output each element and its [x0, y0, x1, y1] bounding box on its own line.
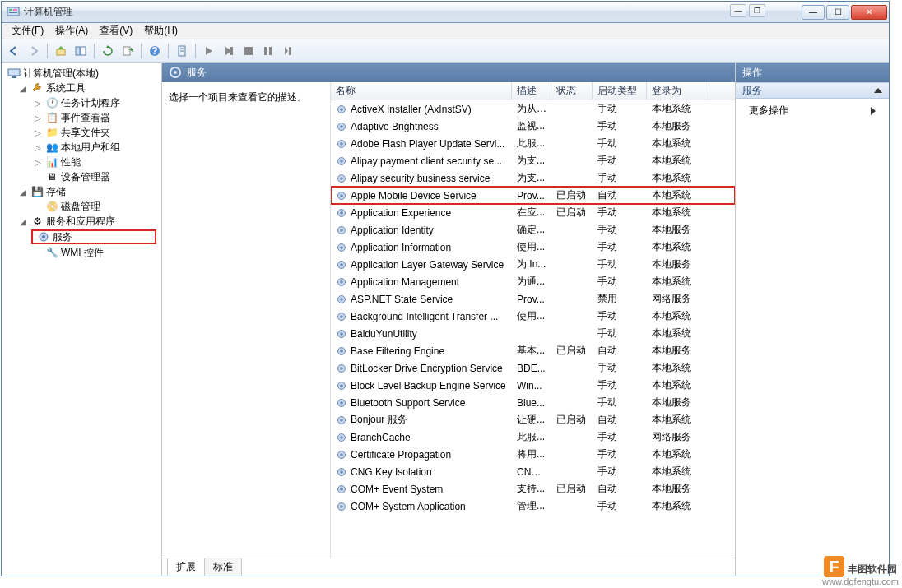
refresh-button[interactable] [99, 42, 117, 60]
actions-section-services[interactable]: 服务 [736, 82, 889, 99]
menu-file[interactable]: 文件(F) [7, 22, 49, 39]
service-row[interactable]: ASP.NET State ServiceProv...禁用网络服务 [331, 290, 735, 308]
svg-point-51 [340, 332, 343, 336]
tree-storage[interactable]: ◢💾存储 [2, 184, 161, 199]
service-row[interactable]: Apple Mobile Device ServiceProv...已启动自动本… [331, 187, 735, 204]
tree-wmi[interactable]: 🔧WMI 控件 [2, 245, 161, 260]
close-button[interactable]: ✕ [851, 5, 887, 20]
stop-service-button[interactable] [239, 42, 258, 60]
menu-action[interactable]: 操作(A) [50, 22, 93, 39]
col-name[interactable]: 名称 [331, 82, 512, 100]
service-row[interactable]: COM+ Event System支持...已启动自动本地服务 [331, 480, 735, 498]
back-button[interactable] [5, 42, 23, 60]
svg-point-63 [340, 436, 343, 439]
pause-resume-button[interactable] [220, 42, 238, 60]
service-row[interactable]: Application Management为通...手动本地系统 [331, 273, 735, 290]
service-row[interactable]: BaiduYunUtility手动本地系统 [331, 325, 735, 342]
expand-icon[interactable]: ▷ [33, 99, 43, 108]
menu-help[interactable]: 帮助(H) [139, 22, 183, 39]
navigation-tree[interactable]: 计算机管理(本地) ◢ 系统工具 ▷🕐任务计划程序 ▷📋事件查看器 ▷📁共享文件… [2, 63, 162, 576]
service-row[interactable]: Application Layer Gateway Service为 In...… [331, 256, 735, 273]
tree-services[interactable]: 服务 [31, 229, 156, 244]
svg-point-57 [340, 384, 343, 387]
center-body: 选择一个项目来查看它的描述。 名称 描述 状态 启动类型 登录为 ActiveX… [162, 82, 735, 558]
help-button[interactable]: ? [146, 42, 164, 60]
collapse-icon[interactable]: ◢ [18, 84, 28, 93]
tree-root[interactable]: 计算机管理(本地) [2, 66, 161, 81]
service-row[interactable]: CNG Key IsolationCNG...手动本地系统 [331, 463, 735, 480]
service-logon: 本地系统 [647, 102, 709, 116]
col-desc[interactable]: 描述 [512, 82, 551, 100]
tree-device-manager[interactable]: 🖥设备管理器 [2, 169, 161, 184]
minimize-button[interactable]: — [802, 5, 825, 20]
service-row[interactable]: ActiveX Installer (AxInstSV)为从 ...手动本地系统 [331, 100, 735, 118]
service-row[interactable]: Application Identity确定...手动本地服务 [331, 221, 735, 238]
service-desc: 为支... [512, 154, 551, 168]
service-logon: 网络服务 [647, 292, 709, 306]
service-startup-type: 手动 [593, 119, 647, 133]
tree-event-viewer[interactable]: ▷📋事件查看器 [2, 110, 161, 125]
secondary-minimize-button[interactable]: — [730, 4, 746, 17]
forward-button[interactable] [25, 42, 43, 60]
service-row[interactable]: Bonjour 服务让硬...已启动自动本地系统 [331, 411, 735, 428]
service-row[interactable]: Alipay security business service为支...手动本… [331, 169, 735, 187]
service-row[interactable]: Base Filtering Engine基本...已启动自动本地服务 [331, 342, 735, 359]
collapse-icon[interactable]: ◢ [18, 217, 28, 226]
start-service-button[interactable] [200, 42, 218, 60]
col-state[interactable]: 状态 [551, 82, 593, 100]
service-row[interactable]: Block Level Backup Engine ServiceWin...手… [331, 377, 735, 394]
service-logon: 本地系统 [647, 137, 709, 150]
service-row[interactable]: BitLocker Drive Encryption ServiceBDE...… [331, 359, 735, 377]
service-name: Apple Mobile Device Service [351, 190, 477, 201]
properties-button[interactable] [173, 42, 191, 60]
col-startup-type[interactable]: 启动类型 [593, 82, 647, 100]
service-startup-type: 手动 [593, 378, 647, 392]
tree-task-scheduler[interactable]: ▷🕐任务计划程序 [2, 95, 161, 110]
expand-icon[interactable]: ▷ [33, 113, 43, 123]
service-startup-type: 手动 [593, 326, 647, 340]
tree-performance[interactable]: ▷📊性能 [2, 155, 161, 169]
service-row[interactable]: Adaptive Brightness监视...手动本地服务 [331, 118, 735, 135]
svg-point-21 [42, 235, 45, 238]
service-row[interactable]: BranchCache此服...手动网络服务 [331, 428, 735, 446]
service-row[interactable]: Application Information使用...手动本地系统 [331, 238, 735, 256]
svg-point-43 [340, 263, 343, 266]
service-row[interactable]: Alipay payment client security se...为支..… [331, 152, 735, 169]
collapse-icon[interactable]: ◢ [18, 188, 28, 197]
service-row[interactable]: Certificate Propagation将用...手动本地系统 [331, 446, 735, 463]
service-desc: 支持... [512, 482, 551, 496]
expand-icon[interactable]: ▷ [33, 158, 43, 167]
restart-service-button[interactable] [279, 42, 297, 60]
service-row[interactable]: Adobe Flash Player Update Servi...此服...手… [331, 135, 735, 152]
service-desc: 管理... [512, 499, 551, 513]
tree-local-users[interactable]: ▷👥本地用户和组 [2, 140, 161, 155]
tab-standard[interactable]: 标准 [204, 558, 242, 576]
tree-services-apps[interactable]: ◢⚙服务和应用程序 [2, 214, 161, 229]
actions-more[interactable]: 更多操作 [736, 99, 889, 123]
maximize-button[interactable]: ☐ [826, 5, 849, 20]
gear-icon [336, 414, 347, 426]
svg-point-37 [340, 211, 343, 215]
show-hide-tree-button[interactable] [72, 42, 90, 60]
pause-service-button[interactable] [259, 42, 277, 60]
tree-system-tools[interactable]: ◢ 系统工具 [2, 81, 161, 95]
tree-label: 共享文件夹 [61, 126, 110, 140]
service-row[interactable]: Bluetooth Support ServiceBlue...手动本地服务 [331, 394, 735, 411]
col-logon[interactable]: 登录为 [647, 82, 709, 100]
export-button[interactable] [119, 42, 137, 60]
tab-extended[interactable]: 扩展 [167, 558, 205, 576]
clock-icon: 🕐 [45, 96, 58, 109]
service-row[interactable]: COM+ System Application管理...手动本地系统 [331, 498, 735, 515]
up-button[interactable] [52, 42, 70, 60]
storage-icon: 💾 [30, 185, 44, 198]
service-row[interactable]: Application Experience在应...已启动手动本地系统 [331, 204, 735, 221]
expand-icon[interactable]: ▷ [33, 143, 43, 152]
svg-point-33 [340, 177, 343, 180]
expand-icon[interactable]: ▷ [33, 128, 43, 137]
menu-view[interactable]: 查看(V) [95, 22, 137, 39]
services-list[interactable]: 名称 描述 状态 启动类型 登录为 ActiveX Installer (AxI… [331, 82, 735, 558]
tree-shared-folders[interactable]: ▷📁共享文件夹 [2, 125, 161, 140]
tree-disk-management[interactable]: 📀磁盘管理 [2, 199, 161, 214]
service-row[interactable]: Background Intelligent Transfer ...使用...… [331, 308, 735, 325]
secondary-restore-button[interactable]: ❐ [749, 4, 765, 17]
